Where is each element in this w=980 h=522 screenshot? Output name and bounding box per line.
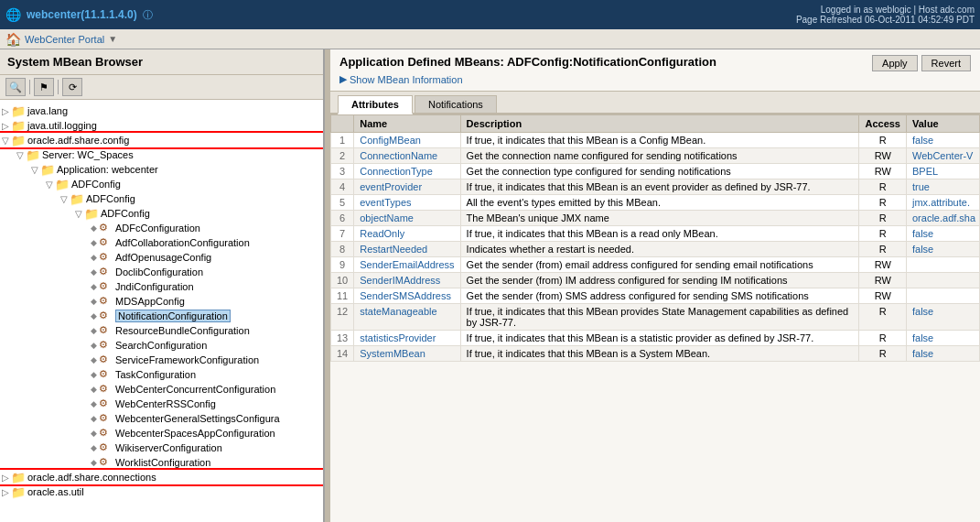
tree-item-wc_spaces_app[interactable]: ◆⚙WebcenterSpacesAppConfiguration [0, 426, 323, 440]
nav-label[interactable]: WebCenter Portal [25, 34, 104, 45]
attr-name-link[interactable]: SenderSMSAddress [360, 290, 451, 301]
tree-item-java_lang[interactable]: ▷📁java.lang [0, 103, 323, 118]
attr-value-cell[interactable] [907, 288, 980, 304]
attr-name-link[interactable]: ReadOnly [360, 228, 404, 239]
info-icon[interactable]: ⓘ [143, 8, 153, 22]
tree-container[interactable]: ▷📁java.lang▷📁java.util.logging▽📁oracle.a… [0, 100, 323, 522]
attr-name-cell[interactable]: eventProvider [354, 179, 460, 195]
attr-value-cell[interactable]: BPEL [907, 164, 980, 179]
attr-name-cell[interactable]: eventTypes [354, 195, 460, 211]
tree-item-resource_bundle[interactable]: ◆⚙ResourceBundleConfiguration [0, 323, 323, 338]
attr-name-cell[interactable]: SystemMBean [354, 346, 460, 362]
tree-item-jndi_config[interactable]: ◆⚙JndiConfiguration [0, 279, 323, 294]
home-icon[interactable]: 🏠 [5, 32, 21, 47]
apply-button[interactable]: Apply [872, 55, 918, 71]
tree-item-adfconfig_root[interactable]: ▽📁ADFConfig [0, 177, 323, 191]
attr-name-cell[interactable]: SenderEmailAddress [354, 257, 460, 273]
tree-item-wc_concurrent[interactable]: ◆⚙WebCenterConcurrentConfiguration [0, 382, 323, 397]
leaf-dot: ◆ [88, 238, 99, 247]
filter-button[interactable]: ⚑ [34, 78, 54, 96]
tree-item-oracle_adf_share_connections[interactable]: ▷📁oracle.adf.share.connections [0, 470, 323, 484]
attr-name-cell[interactable]: stateManageable [354, 304, 460, 331]
attr-name-link[interactable]: SystemMBean [360, 348, 425, 359]
attr-name-link[interactable]: eventProvider [360, 181, 422, 192]
attr-value-cell[interactable]: false [907, 226, 980, 242]
indent [0, 384, 15, 395]
attr-name-link[interactable]: stateManageable [360, 306, 436, 317]
attr-value-cell[interactable]: true [907, 179, 980, 195]
attr-value-cell[interactable]: false [907, 133, 980, 148]
expander-icon[interactable]: ▽ [59, 194, 70, 204]
attr-value-cell[interactable]: jmx.attribute. [907, 195, 980, 211]
attr-name-cell[interactable]: ConnectionName [354, 148, 460, 164]
expander-icon[interactable]: ▷ [0, 487, 11, 497]
tree-item-oracle_as_util[interactable]: ▷📁oracle.as.util [0, 484, 323, 499]
nav-dropdown-icon[interactable]: ▼ [108, 34, 117, 44]
attr-name-link[interactable]: ConnectionName [360, 150, 437, 161]
attr-value-cell[interactable]: false [907, 331, 980, 346]
attr-name-cell[interactable]: SenderIMAddress [354, 273, 460, 288]
tree-item-adf_openusage[interactable]: ◆⚙AdfOpenusageConfig [0, 250, 323, 265]
attr-name-link[interactable]: ConnectionType [360, 166, 433, 177]
attr-name-cell[interactable]: ConnectionType [354, 164, 460, 179]
attr-name-link[interactable]: objectName [360, 212, 414, 223]
attr-name-cell[interactable]: ReadOnly [354, 226, 460, 242]
attr-name-cell[interactable]: SenderSMSAddress [354, 288, 460, 304]
tree-item-adf_collab[interactable]: ◆⚙AdfCollaborationConfiguration [0, 235, 323, 250]
attr-name-link[interactable]: statisticsProvider [360, 332, 436, 343]
attr-name-cell[interactable]: statisticsProvider [354, 331, 460, 346]
attr-name-cell[interactable]: ConfigMBean [354, 133, 460, 148]
tree-item-mds_app_config[interactable]: ◆⚙MDSAppConfig [0, 294, 323, 309]
indent [15, 369, 29, 380]
tree-item-java_util_logging[interactable]: ▷📁java.util.logging [0, 118, 323, 133]
expander-icon[interactable]: ▽ [73, 209, 84, 219]
attr-name-link[interactable]: SenderIMAddress [360, 275, 440, 286]
expander-icon[interactable]: ▽ [29, 165, 40, 175]
indent [59, 354, 73, 365]
tree-item-notification_config[interactable]: ◆⚙NotificationConfiguration [0, 309, 323, 323]
tree-item-task_config[interactable]: ◆⚙TaskConfiguration [0, 367, 323, 382]
refresh-button[interactable]: ⟳ [62, 78, 82, 96]
attr-value-cell[interactable]: false [907, 242, 980, 257]
attr-access-cell: R [859, 304, 907, 331]
search-button[interactable]: 🔍 [5, 78, 26, 96]
tab-notifications[interactable]: Notifications [415, 95, 497, 113]
attr-name-link[interactable]: eventTypes [360, 197, 411, 208]
attr-name-cell[interactable]: RestartNeeded [354, 242, 460, 257]
attr-value-cell[interactable]: oracle.adf.sha [907, 211, 980, 226]
revert-button[interactable]: Revert [921, 55, 971, 71]
tree-item-server_wc_spaces[interactable]: ▽📁Server: WC_Spaces [0, 147, 323, 162]
expander-icon[interactable]: ▽ [44, 179, 55, 190]
tree-item-oracle_adf_share_config[interactable]: ▽📁oracle.adf.share.config [0, 133, 323, 147]
indent [59, 252, 73, 263]
tree-item-search_config[interactable]: ◆⚙SearchConfiguration [0, 338, 323, 353]
tree-item-service_framework[interactable]: ◆⚙ServiceFrameworkConfiguration [0, 353, 323, 367]
attr-value-cell[interactable]: WebCenter-V [907, 148, 980, 164]
attr-name-link[interactable]: ConfigMBean [360, 135, 421, 146]
tree-item-wc_rss_config[interactable]: ◆⚙WebCenterRSSConfig [0, 397, 323, 411]
tree-item-worklist_config[interactable]: ◆⚙WorklistConfiguration [0, 455, 323, 470]
tree-item-wc_general_settings[interactable]: ◆⚙WebcenterGeneralSettingsConfigura [0, 411, 323, 426]
tree-item-adfconfig_child[interactable]: ▽📁ADFConfig [0, 191, 323, 206]
expander-icon[interactable]: ▽ [0, 136, 11, 146]
attr-value-cell[interactable]: false [907, 304, 980, 331]
top-bar-left: 🌐 webcenter(11.1.1.4.0) ⓘ [5, 7, 153, 22]
attr-name-link[interactable]: SenderEmailAddress [360, 259, 454, 270]
tree-item-adfconfig_child2[interactable]: ▽📁ADFConfig [0, 206, 323, 221]
attr-name-cell[interactable]: objectName [354, 211, 460, 226]
expander-icon[interactable]: ▷ [0, 121, 11, 131]
attr-name-link[interactable]: RestartNeeded [360, 244, 427, 255]
tab-attributes[interactable]: Attributes [338, 95, 413, 114]
expander-icon[interactable]: ▷ [0, 473, 11, 483]
table-row: 2 ConnectionName Get the connection name… [331, 148, 980, 164]
attr-value-cell[interactable] [907, 273, 980, 288]
expander-icon[interactable]: ▷ [0, 106, 11, 116]
attr-value-cell[interactable] [907, 257, 980, 273]
tree-item-wikiserver_config[interactable]: ◆⚙WikiserverConfiguration [0, 440, 323, 455]
expander-icon[interactable]: ▽ [15, 150, 26, 160]
attr-value-cell[interactable]: false [907, 346, 980, 362]
tree-item-doclib_config[interactable]: ◆⚙DoclibConfiguration [0, 265, 323, 279]
tree-item-app_webcenter[interactable]: ▽📁Application: webcenter [0, 162, 323, 177]
show-mbean-link[interactable]: ▶ Show MBean Information [339, 73, 971, 85]
tree-item-adfc_config[interactable]: ◆⚙ADFcConfiguration [0, 221, 323, 235]
